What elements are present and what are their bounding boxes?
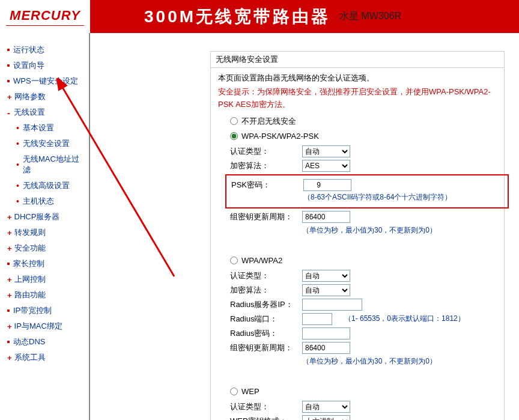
- sidebar-item-security[interactable]: 无线安全设置: [15, 136, 86, 151]
- radio-wpapsk-label: WPA-PSK/WPA2-PSK: [241, 132, 319, 141]
- sidebar-item-basic[interactable]: 基本设置: [15, 120, 86, 136]
- enc-label: 加密算法：: [230, 160, 302, 171]
- radio-off-label: 不开启无线安全: [241, 116, 296, 127]
- enc-select[interactable]: AES: [302, 160, 350, 172]
- sidebar-item-security-func[interactable]: 安全功能: [6, 240, 86, 256]
- sidebar-item-wireless[interactable]: 无线设置: [6, 105, 86, 120]
- psk-highlight-box: PSK密码： （8-63个ASCII码字符或8-64个十六进制字符）: [225, 174, 509, 208]
- gk-input[interactable]: [302, 211, 350, 223]
- sidebar-item-access[interactable]: 上网控制: [6, 272, 86, 287]
- auth-select[interactable]: 自动: [302, 145, 350, 157]
- wpa-enc-label: 加密算法：: [230, 285, 302, 296]
- main-content: 无线网络安全设置 本页面设置路由器无线网络的安全认证选项。 安全提示：为保障网络…: [90, 33, 519, 420]
- radio-off[interactable]: [230, 117, 238, 125]
- header-subtitle: 水星 MW306R: [339, 10, 401, 23]
- radius-pwd-input[interactable]: [302, 327, 350, 339]
- sidebar-item-wizard[interactable]: 设置向导: [6, 58, 86, 73]
- wep-fmt-select[interactable]: 十六进制: [302, 415, 350, 420]
- radius-pwd-label: Radius密码：: [230, 328, 302, 339]
- sidebar-item-network[interactable]: 网络参数: [6, 89, 86, 105]
- sidebar: 运行状态 设置向导 WPS一键安全设定 网络参数 无线设置 基本设置 无线安全设…: [0, 33, 90, 420]
- radio-wpapsk[interactable]: [230, 132, 238, 140]
- gk-hint: （单位为秒，最小值为30，不更新则为0）: [230, 225, 497, 236]
- radio-wep[interactable]: [230, 388, 238, 395]
- sidebar-item-parental[interactable]: 家长控制: [6, 256, 86, 272]
- radio-wep-label: WEP: [241, 387, 260, 396]
- wpa-gk-hint: （单位为秒，最小值为30，不更新则为0）: [230, 356, 497, 367]
- panel-body: 本页面设置路由器无线网络的安全认证选项。 安全提示：为保障网络安全，强烈推荐开启…: [210, 68, 505, 420]
- radius-port-hint: （1- 65535，0表示默认端口：1812）: [344, 314, 465, 324]
- radius-ip-input[interactable]: [302, 299, 362, 311]
- header: MERCURY 300M无线宽带路由器 水星 MW306R: [0, 0, 519, 33]
- psk-hint: （8-63个ASCII码字符或8-64个十六进制字符）: [228, 192, 506, 202]
- sidebar-item-forward[interactable]: 转发规则: [6, 225, 86, 240]
- sidebar-item-advanced[interactable]: 无线高级设置: [15, 178, 86, 193]
- psk-label: PSK密码：: [231, 180, 303, 190]
- panel-title: 无线网络安全设置: [210, 51, 505, 68]
- wep-auth-label: 认证类型：: [230, 401, 302, 412]
- sidebar-item-bandwidth[interactable]: IP带宽控制: [6, 303, 86, 318]
- wpa-gk-input[interactable]: [302, 342, 350, 354]
- wpa-auth-select[interactable]: 自动: [302, 270, 350, 282]
- radio-wpa-label: WPA/WPA2: [241, 256, 282, 265]
- radius-port-input[interactable]: [302, 313, 332, 325]
- header-title: 300M无线宽带路由器: [144, 5, 330, 28]
- logo: MERCURY: [10, 8, 80, 23]
- logo-area: MERCURY: [0, 0, 90, 33]
- warning-text: 安全提示：为保障网络安全，强烈推荐开启安全设置，并使用WPA-PSK/WPA2-…: [218, 86, 497, 111]
- wpa-auth-label: 认证类型：: [230, 270, 302, 281]
- logo-underline: [6, 25, 84, 26]
- sidebar-item-ipmac[interactable]: IP与MAC绑定: [6, 318, 86, 334]
- radius-port-label: Radius端口：: [230, 314, 302, 324]
- wpa-gk-label: 组密钥更新周期：: [230, 342, 302, 353]
- sidebar-item-macfilter[interactable]: 无线MAC地址过滤: [15, 151, 86, 178]
- intro-text: 本页面设置路由器无线网络的安全认证选项。: [218, 73, 497, 84]
- sidebar-item-status[interactable]: 运行状态: [6, 42, 86, 58]
- wep-fmt-label: WEP密钥格式：: [230, 416, 302, 420]
- sidebar-item-hoststatus[interactable]: 主机状态: [15, 193, 86, 209]
- sidebar-item-ddns[interactable]: 动态DNS: [6, 334, 86, 350]
- radio-wpa[interactable]: [230, 257, 238, 264]
- wep-auth-select[interactable]: 自动: [302, 401, 350, 413]
- sidebar-item-systools[interactable]: 系统工具: [6, 350, 86, 365]
- auth-label: 认证类型：: [230, 146, 302, 157]
- sidebar-item-wps[interactable]: WPS一键安全设定: [6, 73, 86, 89]
- gk-label: 组密钥更新周期：: [230, 212, 302, 222]
- sidebar-item-routing[interactable]: 路由功能: [6, 287, 86, 303]
- sidebar-item-dhcp[interactable]: DHCP服务器: [6, 209, 86, 225]
- radius-ip-label: Radius服务器IP：: [230, 299, 302, 310]
- psk-input[interactable]: [303, 179, 351, 191]
- wpa-enc-select[interactable]: 自动: [302, 284, 350, 296]
